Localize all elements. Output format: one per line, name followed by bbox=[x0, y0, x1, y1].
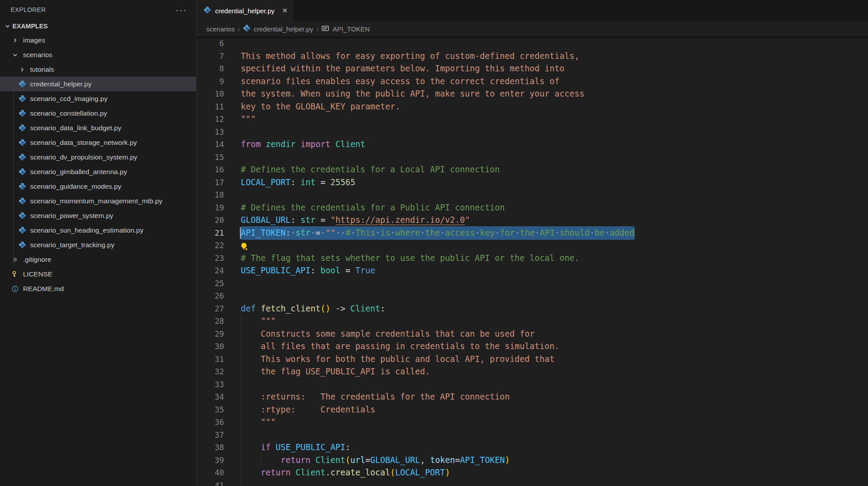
line-number-38[interactable]: 38 bbox=[197, 441, 224, 454]
line-number-36[interactable]: 36 bbox=[197, 416, 224, 429]
lightbulb-icon[interactable] bbox=[240, 242, 249, 252]
code-content-23[interactable]: # The flag that sets whether to use the … bbox=[224, 252, 868, 265]
line-number-25[interactable]: 25 bbox=[197, 277, 224, 290]
sidebar-item-tutorials[interactable]: tutorials bbox=[0, 62, 196, 77]
sidebar-item-scenario-data-link-budget-py[interactable]: scenario_data_link_budget.py bbox=[0, 121, 196, 135]
sidebar-item-scenario-guidance-modes-py[interactable]: scenario_guidance_modes.py bbox=[0, 179, 196, 194]
code-content-15[interactable] bbox=[224, 151, 868, 164]
sidebar-item-scenario-constellation-py[interactable]: scenario_constellation.py bbox=[0, 106, 196, 121]
sidebar-item-readme-md[interactable]: README.md bbox=[0, 281, 196, 296]
code-content-37[interactable] bbox=[224, 429, 868, 442]
code-content-30[interactable]: all files that are passing in credential… bbox=[224, 340, 868, 353]
line-number-10[interactable]: 10 bbox=[197, 88, 224, 101]
code-content-21[interactable]: API_TOKEN:·str·=·""··#·This·is·where·the… bbox=[224, 227, 868, 240]
line-number-31[interactable]: 31 bbox=[197, 353, 224, 366]
sidebar-item-credential-helper-py[interactable]: credential_helper.py bbox=[0, 77, 196, 91]
breadcrumb-item-scenarios[interactable]: scenarios bbox=[206, 25, 235, 33]
sidebar-item-scenario-ccd-imaging-py[interactable]: scenario_ccd_imaging.py bbox=[0, 91, 196, 106]
line-number-24[interactable]: 24 bbox=[197, 264, 224, 277]
code-content-12[interactable]: """ bbox=[224, 113, 868, 126]
sidebar-item-scenario-target-tracking-py[interactable]: scenario_target_tracking.py bbox=[0, 237, 196, 252]
code-content-19[interactable]: # Defines the credentials for a Public A… bbox=[224, 202, 868, 214]
line-number-34[interactable]: 34 bbox=[197, 391, 224, 404]
code-content-28[interactable]: """ bbox=[224, 315, 868, 328]
code-content-29[interactable]: Constructs some sample credentials that … bbox=[224, 328, 868, 341]
line-number-8[interactable]: 8 bbox=[197, 62, 224, 75]
line-number-41[interactable]: 41 bbox=[197, 479, 224, 486]
code-content-34[interactable]: :returns: The credentials for the API co… bbox=[224, 391, 868, 404]
code-content-38[interactable]: if USE_PUBLIC_API: bbox=[224, 441, 868, 454]
line-number-40[interactable]: 40 bbox=[197, 467, 224, 479]
sidebar-item-scenario-momentum-management-mtb-py[interactable]: scenario_momentum_management_mtb.py bbox=[0, 194, 196, 208]
sidebar-item-images[interactable]: images bbox=[0, 33, 196, 47]
code-content-27[interactable]: def fetch_client() -> Client: bbox=[224, 303, 868, 315]
line-number-26[interactable]: 26 bbox=[197, 290, 224, 303]
line-number-11[interactable]: 11 bbox=[197, 101, 224, 113]
line-number-39[interactable]: 39 bbox=[197, 454, 224, 467]
line-number-14[interactable]: 14 bbox=[197, 138, 224, 151]
code-content-24[interactable]: USE_PUBLIC_API: bool = True bbox=[224, 264, 868, 277]
sidebar-item-scenario-power-system-py[interactable]: scenario_power_system.py bbox=[0, 208, 196, 223]
line-number-17[interactable]: 17 bbox=[197, 176, 224, 189]
code-editor[interactable]: 67This method allows for easy exporting … bbox=[197, 36, 868, 486]
code-content-22[interactable] bbox=[224, 239, 868, 252]
line-number-21[interactable]: 21 bbox=[197, 227, 224, 240]
code-content-10[interactable]: the system. When using the public API, m… bbox=[224, 88, 868, 101]
sidebar-item-scenario-data-storage-network-py[interactable]: scenario_data_storage_network.py bbox=[0, 135, 196, 150]
sidebar-item-license[interactable]: LICENSE bbox=[0, 267, 196, 281]
code-action-lightbulb[interactable] bbox=[240, 240, 249, 253]
tab-credential-helper[interactable]: credential_helper.py ✕ bbox=[197, 0, 294, 21]
line-number-12[interactable]: 12 bbox=[197, 113, 224, 126]
code-content-9[interactable]: scenario files enables easy access to th… bbox=[224, 75, 868, 88]
line-number-6[interactable]: 6 bbox=[197, 37, 224, 50]
code-content-39[interactable]: return Client(url=GLOBAL_URL, token=API_… bbox=[224, 454, 868, 467]
line-number-23[interactable]: 23 bbox=[197, 252, 224, 265]
code-content-40[interactable]: return Client.create_local(LOCAL_PORT) bbox=[224, 467, 868, 479]
line-number-15[interactable]: 15 bbox=[197, 151, 224, 164]
line-number-27[interactable]: 27 bbox=[197, 303, 224, 315]
line-number-19[interactable]: 19 bbox=[197, 202, 224, 214]
code-content-35[interactable]: :rtype: Credentials bbox=[224, 404, 868, 416]
code-content-6[interactable] bbox=[224, 37, 868, 50]
code-content-18[interactable] bbox=[224, 189, 868, 202]
line-number-29[interactable]: 29 bbox=[197, 328, 224, 341]
code-content-11[interactable]: key to the GLOBAL_KEY parameter. bbox=[224, 101, 868, 113]
code-content-31[interactable]: This works for both the public and local… bbox=[224, 353, 868, 366]
line-number-33[interactable]: 33 bbox=[197, 378, 224, 391]
line-number-28[interactable]: 28 bbox=[197, 315, 224, 328]
code-content-41[interactable] bbox=[224, 479, 868, 486]
code-content-20[interactable]: GLOBAL_URL: str = "https://api.zendir.io… bbox=[224, 214, 868, 227]
line-number-32[interactable]: 32 bbox=[197, 365, 224, 378]
line-number-30[interactable]: 30 bbox=[197, 340, 224, 353]
sidebar-item-scenario-gimballed-antenna-py[interactable]: scenario_gimballed_antenna.py bbox=[0, 164, 196, 179]
code-content-14[interactable]: from zendir import Client bbox=[224, 138, 868, 151]
close-icon[interactable]: ✕ bbox=[282, 7, 288, 15]
code-content-32[interactable]: the flag USE_PUBLIC_API is called. bbox=[224, 365, 868, 378]
line-number-7[interactable]: 7 bbox=[197, 50, 224, 63]
line-number-20[interactable]: 20 bbox=[197, 214, 224, 227]
more-actions-icon[interactable]: ··· bbox=[176, 8, 187, 12]
section-header-examples[interactable]: EXAMPLES bbox=[0, 19, 196, 33]
sidebar-item-scenarios[interactable]: scenarios bbox=[0, 47, 196, 62]
breadcrumb-item-credential-helper-py[interactable]: credential_helper.py bbox=[254, 25, 313, 33]
sidebar-item--gitignore[interactable]: .gitignore bbox=[0, 252, 196, 267]
line-number-13[interactable]: 13 bbox=[197, 126, 224, 139]
code-content-17[interactable]: LOCAL_PORT: int = 25565 bbox=[224, 176, 868, 189]
breadcrumb-item-api-token[interactable]: API_TOKEN bbox=[332, 25, 370, 33]
line-number-37[interactable]: 37 bbox=[197, 429, 224, 442]
code-content-16[interactable]: # Defines the credentials for a Local AP… bbox=[224, 163, 868, 176]
code-content-33[interactable] bbox=[224, 378, 868, 391]
line-number-22[interactable]: 22 bbox=[197, 239, 224, 252]
code-content-13[interactable] bbox=[224, 126, 868, 139]
code-content-25[interactable] bbox=[224, 277, 868, 290]
line-number-9[interactable]: 9 bbox=[197, 75, 224, 88]
line-number-35[interactable]: 35 bbox=[197, 404, 224, 416]
line-number-16[interactable]: 16 bbox=[197, 163, 224, 176]
code-content-26[interactable] bbox=[224, 290, 868, 303]
code-content-8[interactable]: specified within the parameters below. I… bbox=[224, 62, 868, 75]
code-content-7[interactable]: This method allows for easy exporting of… bbox=[224, 50, 868, 63]
sidebar-item-scenario-sun-heading-estimation-py[interactable]: scenario_sun_heading_estimation.py bbox=[0, 223, 196, 237]
line-number-18[interactable]: 18 bbox=[197, 189, 224, 202]
code-content-36[interactable]: """ bbox=[224, 416, 868, 429]
sidebar-item-scenario-dv-propulsion-system-py[interactable]: scenario_dv_propulsion_system.py bbox=[0, 150, 196, 164]
